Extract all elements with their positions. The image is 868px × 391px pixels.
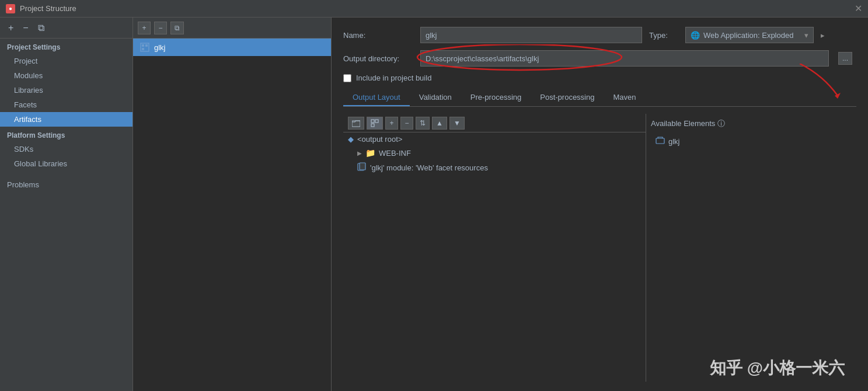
artifact-name: glkj (154, 43, 166, 52)
output-dir-annotation (420, 50, 829, 67)
sidebar-item-problems[interactable]: Problems (0, 176, 133, 192)
sidebar: + − ⧉ Project Settings Project Modules L… (0, 18, 133, 391)
app-icon: ● (6, 4, 15, 13)
sidebar-item-libraries[interactable]: Libraries (0, 83, 133, 97)
content-split: + − ⧉ glkj Name: (133, 18, 868, 391)
artifact-icon (140, 43, 149, 52)
artifact-list-panel: + − ⧉ glkj (133, 18, 332, 391)
available-element-glkj[interactable]: glkj (651, 134, 852, 149)
svg-rect-12 (656, 138, 664, 144)
move-down-button[interactable]: ▼ (449, 117, 465, 130)
svg-rect-7 (371, 120, 374, 123)
tab-output-layout[interactable]: Output Layout (343, 89, 410, 106)
artifact-toolbar: + − ⧉ (133, 18, 331, 39)
tree-container: ◆ <output root> ▶ 📁 WEB-INF (343, 132, 646, 176)
remove-button[interactable]: − (20, 22, 30, 34)
layout-toolbar: + − ⇅ ▲ ▼ (343, 114, 646, 132)
sidebar-item-artifacts[interactable]: Artifacts (0, 112, 133, 127)
tab-pre-processing[interactable]: Pre-processing (461, 89, 531, 106)
sidebar-item-modules[interactable]: Modules (0, 68, 133, 83)
artifact-copy-button[interactable]: ⧉ (170, 22, 184, 34)
svg-rect-11 (360, 163, 365, 170)
name-type-row: Name: Type: 🌐 Web Application: Exploded … (343, 27, 856, 43)
tree-item-resources[interactable]: 'glkj' module: 'Web' facet resources (343, 160, 646, 176)
output-root-label: <output root> (357, 135, 402, 144)
svg-rect-3 (142, 48, 144, 50)
title-bar: ● Project Structure ✕ (0, 0, 868, 18)
sidebar-item-project[interactable]: Project (0, 54, 133, 68)
remove-layout-button[interactable]: − (400, 117, 413, 130)
name-label: Name: (343, 31, 413, 40)
available-elements-header: Available Elements ⓘ (651, 118, 852, 134)
include-in-build-label: Include in project build (356, 74, 431, 82)
svg-rect-8 (375, 120, 378, 123)
tab-post-processing[interactable]: Post-processing (531, 89, 604, 106)
window-title: Project Structure (20, 4, 76, 13)
output-dir-input[interactable] (420, 50, 829, 67)
svg-rect-2 (145, 44, 148, 47)
sidebar-item-facets[interactable]: Facets (0, 97, 133, 112)
folder-icon-button[interactable] (348, 117, 364, 130)
output-root-icon: ◆ (348, 135, 354, 144)
include-in-build-checkbox[interactable] (343, 74, 351, 82)
available-element-name: glkj (668, 137, 680, 146)
sidebar-item-global-libraries[interactable]: Global Libraries (0, 156, 133, 171)
layout-left: + − ⇅ ▲ ▼ ◆ <output root> ▶ (343, 114, 646, 382)
output-dir-label: Output directory: (343, 54, 413, 63)
type-label: Type: (649, 31, 678, 40)
output-layout-area: + − ⇅ ▲ ▼ ◆ <output root> ▶ (343, 114, 856, 382)
add-button[interactable]: + (6, 22, 16, 34)
svg-rect-1 (142, 44, 144, 47)
add-layout-button[interactable]: + (385, 117, 398, 130)
detail-panel: Name: Type: 🌐 Web Application: Exploded … (332, 18, 868, 391)
tree-item-webinf[interactable]: ▶ 📁 WEB-INF (343, 146, 646, 160)
resource-icon (357, 162, 367, 173)
module-icon (656, 136, 665, 147)
main-container: + − ⧉ Project Settings Project Modules L… (0, 18, 868, 391)
artifact-add-button[interactable]: + (138, 22, 151, 34)
layout-icon-button[interactable] (367, 117, 383, 130)
expand-icon: ▶ (357, 150, 362, 156)
sidebar-toolbar: + − ⧉ (0, 18, 133, 39)
name-input[interactable] (420, 27, 642, 43)
tree-item-output-root[interactable]: ◆ <output root> (343, 132, 646, 146)
webinf-label: WEB-INF (379, 149, 411, 158)
type-select[interactable]: 🌐 Web Application: Exploded ▾ (685, 27, 814, 43)
sort-button[interactable]: ⇅ (416, 117, 430, 130)
move-up-button[interactable]: ▲ (432, 117, 447, 130)
project-settings-header: Project Settings (0, 39, 133, 54)
artifact-remove-button[interactable]: − (154, 22, 167, 34)
tab-maven[interactable]: Maven (604, 89, 645, 106)
tab-validation[interactable]: Validation (410, 89, 461, 106)
browse-button[interactable]: ... (838, 52, 852, 65)
platform-settings-header: Platform Settings (0, 127, 133, 142)
include-in-build-row: Include in project build (343, 74, 856, 82)
type-expand-icon: ▸ (821, 31, 825, 40)
output-dir-row: Output directory: ... (343, 50, 856, 67)
sidebar-item-sdks[interactable]: SDKs (0, 142, 133, 156)
artifact-glkj[interactable]: glkj (133, 39, 331, 56)
close-button[interactable]: ✕ (855, 3, 862, 14)
type-value: Web Application: Exploded (703, 31, 793, 40)
tabs-container: Output Layout Validation Pre-processing … (343, 89, 856, 107)
svg-rect-9 (371, 124, 374, 127)
copy-button[interactable]: ⧉ (36, 22, 47, 34)
type-icon: 🌐 (691, 31, 700, 40)
layout-right: Available Elements ⓘ glkj (646, 114, 856, 382)
chevron-down-icon: ▾ (804, 31, 808, 40)
folder-icon: 📁 (365, 148, 375, 158)
resources-label: 'glkj' module: 'Web' facet resources (370, 163, 488, 172)
